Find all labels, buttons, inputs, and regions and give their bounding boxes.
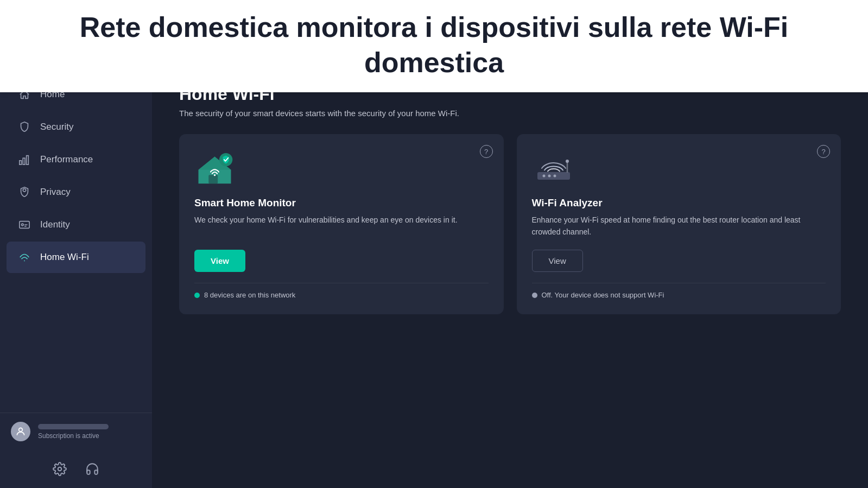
smart-home-monitor-title: Smart Home Monitor xyxy=(194,197,489,209)
smart-home-monitor-description: We check your home Wi-Fi for vulnerabili… xyxy=(194,214,489,238)
privacy-icon xyxy=(17,185,31,199)
smart-home-monitor-card: ? xyxy=(179,134,504,314)
sidebar-item-privacy[interactable]: Privacy xyxy=(7,176,145,208)
sidebar-item-privacy-label: Privacy xyxy=(40,187,71,198)
smart-home-monitor-view-button[interactable]: View xyxy=(194,250,245,272)
svg-point-15 xyxy=(542,175,545,178)
svg-rect-0 xyxy=(20,161,22,164)
user-info: Subscription is active xyxy=(38,424,141,440)
svg-point-19 xyxy=(566,160,569,163)
sidebar-item-home-wifi-label: Home Wi-Fi xyxy=(40,252,89,263)
banner-title: Rete domestica monitora i dispositivi su… xyxy=(22,10,846,80)
security-icon xyxy=(17,120,31,134)
svg-point-3 xyxy=(23,189,26,192)
smart-home-monitor-icon-area xyxy=(194,149,489,187)
sidebar-item-identity[interactable]: Identity xyxy=(7,209,145,240)
wifi-analyzer-description: Enhance your Wi-Fi speed at home finding… xyxy=(532,214,826,238)
smart-home-monitor-help-button[interactable]: ? xyxy=(480,145,493,158)
svg-point-5 xyxy=(22,224,24,226)
sidebar-item-security[interactable]: Security xyxy=(7,111,145,143)
subscription-status: Subscription is active xyxy=(38,432,141,440)
smart-home-monitor-status: 8 devices are on this network xyxy=(194,283,489,299)
sidebar-footer xyxy=(0,450,152,488)
identity-icon xyxy=(17,218,31,232)
performance-icon xyxy=(17,153,31,167)
top-banner: Rete domestica monitora i dispositivi su… xyxy=(0,0,868,92)
smart-home-monitor-status-text: 8 devices are on this network xyxy=(204,291,295,299)
smart-home-monitor-status-dot xyxy=(194,293,200,298)
svg-rect-1 xyxy=(23,158,25,164)
wifi-analyzer-title: Wi-Fi Analyzer xyxy=(532,197,826,209)
sidebar-item-identity-label: Identity xyxy=(40,219,70,230)
sidebar-item-performance[interactable]: Performance xyxy=(7,144,145,175)
svg-point-8 xyxy=(58,467,62,471)
sidebar-user-section: Subscription is active xyxy=(0,413,152,450)
wifi-analyzer-card: ? xyxy=(517,134,841,314)
wifi-icon xyxy=(17,250,31,264)
user-name-bar xyxy=(38,424,109,429)
svg-point-12 xyxy=(214,174,216,176)
wifi-analyzer-status-text: Off. Your device does not support Wi-Fi xyxy=(542,291,664,299)
main-content: Home Wi-Fi The security of your smart de… xyxy=(152,73,868,488)
sidebar-item-security-label: Security xyxy=(40,122,73,132)
wifi-analyzer-icon-area xyxy=(532,149,826,187)
wifi-analyzer-status: Off. Your device does not support Wi-Fi xyxy=(532,283,826,299)
wifi-analyzer-status-dot xyxy=(532,293,537,298)
svg-point-6 xyxy=(24,261,25,262)
avatar xyxy=(11,422,30,441)
sidebar-item-performance-label: Performance xyxy=(40,154,93,165)
wifi-analyzer-view-button[interactable]: View xyxy=(532,250,583,272)
support-button[interactable] xyxy=(84,461,100,477)
app-container: Home Security Performance xyxy=(0,73,868,488)
settings-button[interactable] xyxy=(52,461,68,477)
sidebar-nav: Home Security Performance xyxy=(0,79,152,413)
page-subtitle: The security of your smart devices start… xyxy=(179,109,841,118)
cards-grid: ? xyxy=(179,134,841,314)
wifi-analyzer-help-button[interactable]: ? xyxy=(817,145,830,158)
svg-rect-11 xyxy=(208,175,218,183)
svg-point-17 xyxy=(553,175,556,178)
sidebar-item-home-wifi[interactable]: Home Wi-Fi xyxy=(7,242,145,273)
svg-point-7 xyxy=(19,428,23,432)
svg-rect-2 xyxy=(27,156,29,165)
sidebar: Home Security Performance xyxy=(0,73,152,488)
svg-point-16 xyxy=(548,175,550,178)
